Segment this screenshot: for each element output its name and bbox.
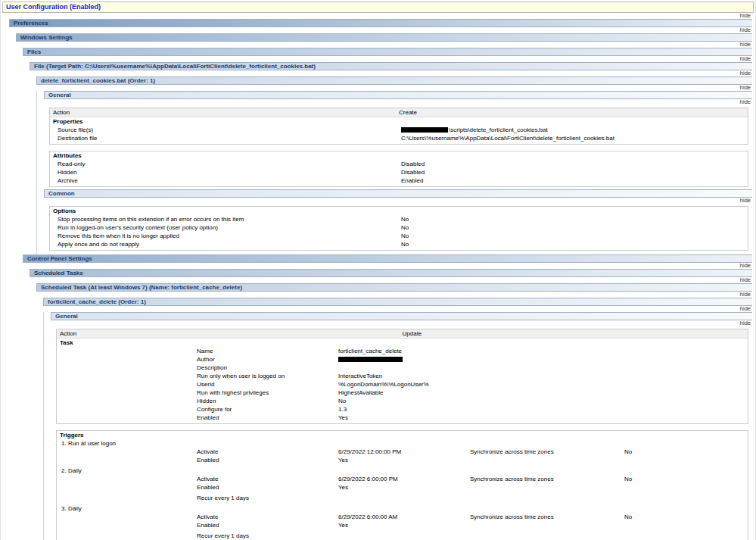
field-value: No — [624, 448, 745, 456]
field-value: Yes — [338, 483, 470, 492]
task-item-header[interactable]: forticlient_cache_delete (Order: 1) — [43, 298, 752, 306]
field-value: No — [624, 475, 745, 483]
hide-link-task-item[interactable]: hide — [740, 305, 751, 312]
hide-link-preferences[interactable]: hide — [740, 27, 751, 33]
hide-row: hide — [16, 42, 754, 48]
field-label: Enabled — [197, 414, 338, 422]
hide-link-task-type[interactable]: hide — [740, 291, 751, 298]
field-label: Run only when user is logged on — [197, 372, 338, 380]
file-options-table: Options Stop processing items on this ex… — [49, 206, 748, 251]
hide-link-windows-settings[interactable]: hide — [740, 41, 751, 48]
task-general-header[interactable]: General — [51, 312, 752, 320]
recur-value: Recur every 1 days — [197, 532, 338, 540]
file-target-header[interactable]: File (Target Path: C:\Users\%username%\A… — [30, 62, 752, 70]
hide-row: hide — [23, 263, 754, 269]
field-label: Activate — [197, 475, 338, 483]
field-label: Destination file — [58, 134, 401, 142]
field-label: Synchronize across time zones — [470, 475, 624, 483]
hide-row: hide — [43, 306, 754, 312]
action-label: Action — [60, 329, 403, 339]
hide-row: hide — [30, 277, 754, 283]
file-general-label: General — [48, 92, 71, 98]
triggers-title-label: Triggers — [60, 432, 84, 439]
hide-link-file-common[interactable]: hide — [740, 197, 751, 204]
hide-link-file-target[interactable]: hide — [740, 70, 751, 76]
gpo-report: User Configuration (Enabled) hide Prefer… — [0, 0, 756, 540]
user-configuration-header[interactable]: User Configuration (Enabled) — [2, 2, 754, 13]
hide-link-files[interactable]: hide — [740, 55, 751, 62]
field-label: Source file(s) — [58, 126, 401, 134]
field-label: Configure for — [197, 405, 338, 414]
table-row: Recur every 1 days — [57, 494, 748, 502]
triggers-section-title: Triggers — [57, 431, 748, 439]
table-row: Hidden No — [57, 397, 748, 405]
windows-settings-header[interactable]: Windows Settings — [16, 33, 752, 42]
file-general-header[interactable]: General — [44, 91, 752, 99]
file-general-content: Action Create Properties Source file(s) … — [49, 105, 748, 189]
page-title: User Configuration (Enabled) — [6, 3, 101, 11]
field-value: Enabled — [401, 176, 745, 185]
table-row: Recur every 1 days — [57, 532, 748, 540]
hide-link-user-configuration[interactable]: hide — [740, 12, 751, 19]
file-common-header[interactable]: Common — [44, 189, 752, 198]
field-label: Hidden — [197, 397, 338, 405]
table-row: Activate 6/29/2022 12:00:00 PM Synchroni… — [57, 448, 748, 456]
source-file-value: \scripts\delete_forticlient_cookies.bat — [449, 126, 548, 133]
scheduled-tasks-header[interactable]: Scheduled Tasks — [30, 269, 752, 277]
table-row: Enabled Yes — [57, 483, 748, 492]
scheduled-task-type-label: Scheduled Task (At least Windows 7) (Nam… — [41, 284, 242, 291]
hide-link-file-item[interactable]: hide — [740, 84, 751, 91]
field-label: Description — [197, 364, 338, 372]
table-row: Enabled Yes — [57, 521, 748, 529]
control-panel-settings-header[interactable]: Control Panel Settings — [23, 254, 752, 263]
hide-row: hide — [30, 70, 754, 76]
hide-link-task-general[interactable]: hide — [740, 320, 751, 326]
field-value — [338, 355, 470, 364]
scheduled-task-type-header[interactable]: Scheduled Task (At least Windows 7) (Nam… — [36, 283, 752, 292]
table-row: UserId %LogonDomain%\%LogonUser% — [57, 380, 748, 389]
recur-value: Recur every 1 days — [197, 494, 338, 502]
field-label: Hidden — [58, 168, 401, 176]
file-item-header[interactable]: delete_forticlient_cookies.bat (Order: 1… — [36, 76, 752, 85]
field-value: No — [338, 397, 470, 405]
section-control-panel-settings: Control Panel Settings hide Scheduled Ta… — [23, 254, 754, 540]
field-value: 1.3 — [338, 405, 470, 414]
field-value — [338, 364, 470, 372]
field-value: No — [401, 232, 745, 240]
preferences-header[interactable]: Preferences — [9, 19, 752, 27]
file-item-body: General hide Action Create — [36, 91, 754, 254]
hide-row: hide — [36, 85, 754, 91]
field-label: Author — [197, 355, 338, 364]
field-value: Disabled — [401, 160, 745, 168]
section-scheduled-task-type: Scheduled Task (At least Windows 7) (Nam… — [36, 283, 754, 540]
properties-section-title: Properties — [50, 117, 748, 126]
options-title-label: Options — [53, 208, 76, 214]
files-header[interactable]: Files — [23, 48, 752, 56]
field-label: Synchronize across time zones — [470, 513, 624, 521]
field-label: Archive — [58, 176, 401, 185]
table-row: Run in logged-on user's security context… — [50, 223, 748, 232]
table-row: Author — [57, 355, 748, 364]
action-label: Action — [53, 108, 399, 117]
task-action-table: Action Update Task Name — [56, 329, 748, 424]
field-value: Yes — [338, 414, 470, 422]
file-item-label: delete_forticlient_cookies.bat (Order: 1… — [41, 77, 155, 84]
table-row: Run with highest privileges HighestAvail… — [57, 389, 748, 397]
field-value: C:\Users\%username%\AppData\Local\FortiC… — [401, 134, 745, 142]
hide-link-control-panel[interactable]: hide — [740, 262, 751, 269]
options-section-title: Options — [50, 207, 748, 215]
section-task-item: forticlient_cache_delete (Order: 1) hide… — [43, 298, 754, 540]
field-value: No — [401, 240, 745, 248]
hide-link-file-general[interactable]: hide — [740, 98, 751, 105]
table-row: Archive Enabled — [50, 176, 748, 185]
field-label: Name — [197, 347, 338, 355]
files-label: Files — [27, 48, 41, 55]
hide-link-scheduled-tasks[interactable]: hide — [740, 276, 751, 283]
section-scheduled-tasks: Scheduled Tasks hide Scheduled Task (At … — [30, 269, 754, 540]
field-label: Activate — [197, 448, 338, 456]
field-label: Enabled — [197, 521, 338, 529]
field-label: Run in logged-on user's security context… — [58, 223, 401, 232]
table-row: Stop processing items on this extension … — [50, 215, 748, 223]
table-row: Configure for 1.3 — [57, 405, 748, 414]
task-item-body: General hide Action — [43, 312, 754, 540]
